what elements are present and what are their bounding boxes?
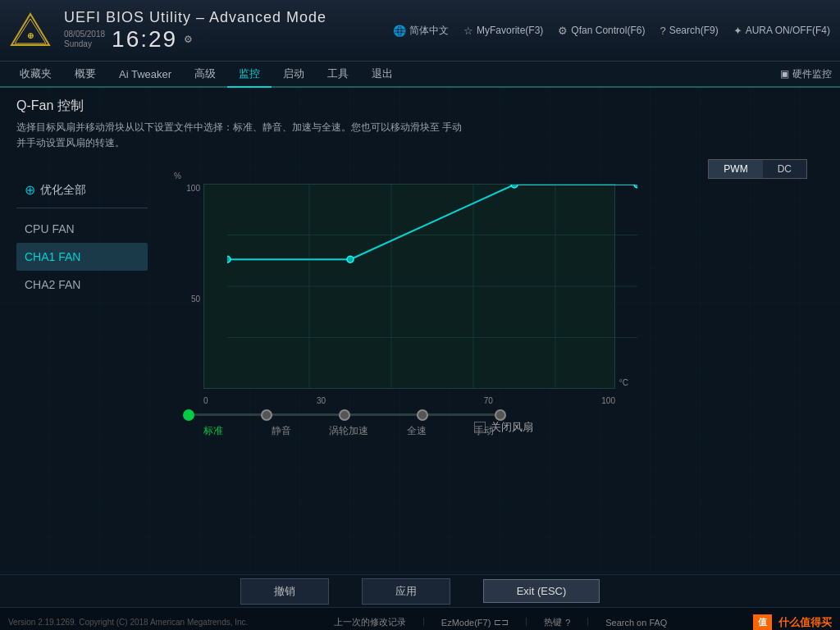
fan-icon: ⚙ [558, 25, 568, 37]
preset-dot-silent[interactable] [261, 409, 272, 421]
sidebar-item-cha2-fan[interactable]: CHA2 FAN [16, 271, 148, 299]
header-nav: 🌐 简体中文 ☆ MyFavorite(F3) ⚙ Qfan Control(F… [393, 24, 830, 38]
header-title-block: UEFI BIOS Utility – Advanced Mode 08/05/… [64, 9, 380, 52]
svg-point-10 [227, 257, 231, 263]
menu-exit[interactable]: 退出 [360, 62, 404, 88]
menu-bar: 收藏夹 概要 Ai Tweaker 高级 监控 启动 工具 退出 ▣ 硬件监控 [0, 62, 840, 88]
x-tick-0: 0 [203, 396, 208, 405]
footer-links: 上一次的修改记录 | EzMode(F7) ⊏⊐ | 热键 ? | Search… [334, 616, 667, 628]
footer: Version 2.19.1269. Copyright (C) 2018 Am… [0, 607, 840, 630]
ez-mode-icon: ⊏⊐ [494, 617, 509, 628]
preset-labels: 标准 静音 涡轮加速 全速 手动 [197, 424, 509, 438]
content-area: ⊕ 优化全部 CPU FAN CHA1 FAN CHA2 FAN PWM DC … [16, 159, 824, 471]
chart-x-axis: 0 30 70 100 [203, 394, 615, 405]
svg-text:⊕: ⊕ [27, 31, 34, 40]
chart-x-unit: °C [619, 378, 628, 387]
preset-dot-turbo[interactable] [339, 409, 350, 421]
preset-dot-standard[interactable] [183, 409, 194, 421]
y-tick-100: 100 [186, 184, 200, 193]
footer-brand-area: 值 什么值得买 [753, 614, 832, 630]
preset-label-full[interactable]: 全速 [392, 424, 441, 438]
apply-button[interactable]: 应用 [362, 578, 450, 605]
preset-track[interactable] [189, 413, 500, 416]
preset-dot-manual[interactable] [495, 409, 506, 421]
bios-title: UEFI BIOS Utility – Advanced Mode [64, 9, 380, 26]
search-icon: ? [660, 25, 665, 37]
menu-favorites[interactable]: 收藏夹 [8, 62, 63, 88]
nav-qfan[interactable]: ⚙ Qfan Control(F6) [558, 25, 645, 37]
footer-ez-mode[interactable]: EzMode(F7) ⊏⊐ [441, 616, 509, 628]
star-icon: ☆ [463, 25, 473, 37]
optimize-all-button[interactable]: ⊕ 优化全部 [16, 176, 148, 208]
dc-button[interactable]: DC [763, 160, 806, 178]
page-title: Q-Fan 控制 [16, 98, 824, 115]
footer-logo: 值 [753, 614, 772, 630]
preset-label-turbo[interactable]: 涡轮加速 [324, 424, 373, 438]
sidebar: ⊕ 优化全部 CPU FAN CHA1 FAN CHA2 FAN [16, 159, 148, 471]
footer-last-change[interactable]: 上一次的修改记录 [334, 616, 406, 628]
preset-label-manual[interactable]: 手动 [459, 424, 509, 438]
header: ⊕ UEFI BIOS Utility – Advanced Mode 08/0… [0, 0, 840, 62]
svg-point-11 [347, 257, 354, 263]
footer-version: Version 2.19.1269. Copyright (C) 2018 Am… [8, 618, 248, 627]
svg-point-12 [511, 185, 518, 188]
preset-label-standard[interactable]: 标准 [189, 424, 238, 438]
nav-myfavorite[interactable]: ☆ MyFavorite(F3) [463, 25, 543, 37]
chart-container: PWM DC % 100 50 [148, 159, 824, 471]
header-time: 16:29 [112, 26, 177, 52]
svg-point-13 [634, 185, 637, 188]
y-tick-50: 50 [191, 294, 200, 304]
sidebar-item-cpu-fan[interactable]: CPU FAN [16, 215, 148, 243]
preset-label-silent[interactable]: 静音 [257, 424, 306, 438]
footer-search-faq[interactable]: Search on FAQ [605, 616, 667, 628]
nav-language[interactable]: 🌐 简体中文 [393, 24, 449, 38]
main-content: Q-Fan 控制 选择目标风扇并移动滑块从以下设置文件中选择：标准、静音、加速与… [0, 88, 840, 568]
preset-track-wrapper: 关闭风扇 [189, 413, 533, 416]
footer-hotkeys[interactable]: 热键 ? [544, 616, 570, 628]
x-tick-100: 100 [601, 396, 615, 405]
menu-hardware-monitor[interactable]: ▣ 硬件监控 [780, 67, 832, 81]
light-icon: ✦ [733, 25, 742, 37]
page-description: 选择目标风扇并移动滑块从以下设置文件中选择：标准、静音、加速与全速。您也可以移动… [16, 120, 591, 151]
x-tick-30: 30 [317, 396, 326, 405]
header-date: 08/05/2018 Sunday [64, 30, 105, 49]
nav-search[interactable]: ? Search(F9) [660, 25, 718, 37]
preset-area: 关闭风扇 标准 静音 涡轮加速 全速 手动 [189, 413, 824, 438]
settings-icon[interactable]: ⚙ [184, 34, 193, 45]
sidebar-item-cha1-fan[interactable]: CHA1 FAN [16, 243, 148, 271]
x-tick-70: 70 [484, 396, 493, 405]
chart-grid [203, 184, 615, 389]
menu-monitor[interactable]: 监控 [227, 62, 272, 88]
cancel-button[interactable]: 撤销 [240, 578, 329, 605]
pwm-button[interactable]: PWM [709, 160, 762, 178]
asus-logo: ⊕ [10, 12, 51, 49]
hotkeys-icon: ? [565, 618, 570, 628]
fan-curve-svg [227, 185, 637, 388]
preset-dot-full[interactable] [417, 409, 428, 421]
menu-tools[interactable]: 工具 [316, 62, 360, 88]
menu-overview[interactable]: 概要 [63, 62, 107, 88]
menu-ai-tweaker[interactable]: Ai Tweaker [107, 62, 183, 88]
monitor-icon: ▣ [780, 68, 789, 80]
pwm-dc-toggle[interactable]: PWM DC [708, 159, 807, 179]
footer-brand-text: 什么值得买 [778, 615, 832, 630]
bottom-bar: 撤销 应用 Exit (ESC) [0, 574, 840, 607]
menu-boot[interactable]: 启动 [272, 62, 316, 88]
optimize-icon: ⊕ [25, 182, 35, 198]
chart-y-axis: 100 50 [180, 184, 203, 405]
nav-aura[interactable]: ✦ AURA ON/OFF(F4) [733, 25, 830, 37]
menu-advanced[interactable]: 高级 [183, 62, 227, 88]
datetime-area: 08/05/2018 Sunday 16:29 ⚙ [64, 26, 380, 52]
exit-button[interactable]: Exit (ESC) [483, 579, 600, 603]
fan-curve-chart: % 100 50 [180, 184, 615, 405]
globe-icon: 🌐 [393, 25, 406, 37]
chart-y-unit: % [174, 171, 181, 180]
